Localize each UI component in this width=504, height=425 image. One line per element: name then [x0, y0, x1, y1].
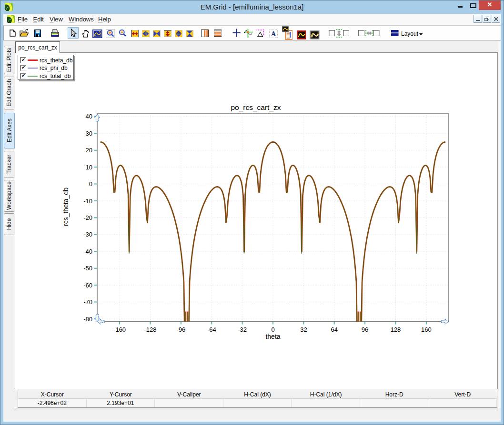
svg-text:-64: -64 [207, 326, 216, 333]
svg-text:A: A [271, 30, 276, 37]
svg-text:-128: -128 [144, 326, 156, 333]
svg-text:po_rcs_cart_zx: po_rcs_cart_zx [231, 103, 281, 111]
svg-text:-80: -80 [83, 316, 92, 323]
svg-text:theta: theta [265, 333, 280, 340]
svg-text:32: 32 [300, 326, 307, 333]
svg-text:20: 20 [86, 147, 92, 154]
svg-text:0: 0 [89, 180, 92, 188]
svg-text:rcs_theta_db: rcs_theta_db [62, 188, 70, 226]
svg-text:-10: -10 [83, 198, 92, 205]
svg-text:96: 96 [362, 326, 368, 333]
svg-text:-70: -70 [83, 298, 92, 306]
svg-text:-96: -96 [177, 326, 186, 333]
svg-text:-50: -50 [83, 265, 92, 272]
svg-text:160: 160 [421, 326, 432, 333]
svg-text:-30: -30 [83, 231, 92, 238]
svg-text:-20: -20 [83, 214, 92, 221]
svg-text:30: 30 [86, 130, 92, 137]
svg-text:-160: -160 [113, 326, 126, 333]
svg-text:40: 40 [86, 113, 92, 120]
svg-text:-32: -32 [238, 326, 247, 333]
svg-text:-60: -60 [83, 282, 92, 289]
svg-text:128: 128 [391, 326, 401, 333]
svg-text:64: 64 [331, 326, 337, 333]
svg-text:10: 10 [86, 164, 92, 171]
svg-text:-40: -40 [83, 248, 92, 255]
svg-text:0: 0 [271, 326, 274, 333]
